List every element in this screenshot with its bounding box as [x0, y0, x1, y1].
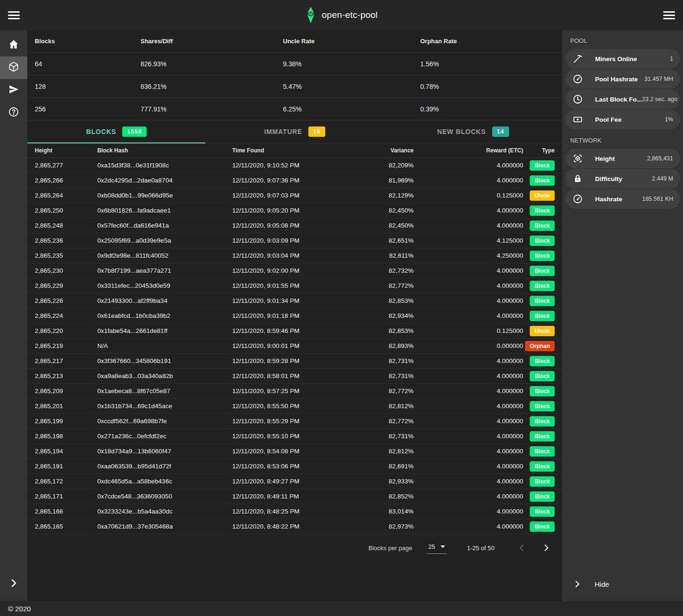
block-hash-cell: 0x3311efec...20453d0e59	[97, 282, 232, 289]
variance-cell: 82,731%	[358, 357, 414, 364]
blocks-tabs: BLOCKS1558IMMATURE16NEW BLOCKS14	[27, 120, 562, 143]
reward-cell: 4.000000	[414, 433, 523, 440]
type-badge-block: Block	[530, 160, 555, 171]
height-cell: 2,865,235	[35, 252, 97, 259]
etc-logo-icon	[306, 7, 316, 24]
type-badge-block: Block	[530, 296, 555, 306]
stats-value: 5.47%	[283, 83, 420, 90]
tab-blocks[interactable]: BLOCKS1558	[27, 120, 205, 143]
network-stat-hashrate: Hashrate185.561 KH	[565, 189, 680, 209]
type-cell: Block	[523, 461, 555, 472]
height-cell: 2,865,201	[35, 403, 97, 410]
chevron-down-icon	[440, 545, 445, 548]
pool-stat-value: 1	[670, 55, 673, 62]
tab-new-blocks[interactable]: NEW BLOCKS14	[384, 120, 562, 143]
time-found-cell: 12/11/2020, 8:59:28 PM	[232, 357, 358, 364]
table-row: 2,865,2290x3311efec...20453d0e5912/11/20…	[27, 278, 562, 293]
network-stat-label: Difficulty	[595, 175, 622, 182]
menu-icon[interactable]	[8, 11, 20, 19]
sidebar-item-blocks[interactable]	[0, 56, 27, 79]
time-found-cell: 12/11/2020, 8:55:50 PM	[232, 403, 358, 410]
type-cell: Block	[523, 175, 555, 186]
height-cell: 2,865,230	[35, 267, 97, 274]
menu-right-icon[interactable]	[663, 11, 675, 19]
clock-icon	[565, 94, 583, 104]
next-page-button[interactable]	[541, 542, 552, 553]
type-badge-block: Block	[530, 175, 555, 186]
tab-label: IMMATURE	[264, 128, 302, 135]
reward-cell: 4.000000	[414, 403, 523, 410]
reward-cell: 4.000000	[414, 177, 523, 184]
variance-cell: 82,853%	[358, 297, 414, 304]
time-found-cell: 12/11/2020, 8:58:01 PM	[232, 372, 358, 379]
banknote-icon	[565, 114, 583, 125]
blocks-col-header: Block Hash	[97, 147, 232, 154]
time-found-cell: 12/11/2020, 9:05:08 PM	[232, 222, 358, 229]
time-found-cell: 12/11/2020, 8:55:10 PM	[232, 433, 358, 440]
variance-cell: 82,691%	[358, 463, 414, 470]
stats-row: 128836.21%5.47%0.78%	[27, 75, 562, 98]
block-hash-cell: 0xb08dd0b1...99e066d95e	[97, 192, 232, 199]
table-row: 2,865,2480x57fec60f...da616e941a12/11/20…	[27, 218, 562, 233]
tab-immature[interactable]: IMMATURE16	[205, 120, 384, 143]
variance-cell: 82,772%	[358, 387, 414, 395]
variance-cell: 82,209%	[358, 162, 414, 169]
height-cell: 2,865,277	[35, 162, 97, 169]
stats-header-row: BlocksShares/DiffUncle RateOrphan Rate	[27, 30, 562, 53]
table-row: 2,865,2360x25095f69...a0d39e9e5a12/11/20…	[27, 233, 562, 248]
time-found-cell: 12/11/2020, 9:07:36 PM	[232, 177, 358, 184]
time-found-cell: 12/11/2020, 8:57:25 PM	[232, 387, 358, 395]
stats-value: 777.91%	[141, 105, 283, 113]
reward-cell: 4.000000	[414, 267, 523, 274]
pagination: Blocks per page 25 1-25 of 50	[27, 534, 562, 561]
chevron-right-icon	[562, 579, 582, 589]
variance-cell: 82,893%	[358, 342, 414, 349]
sidebar-item-payments[interactable]	[0, 79, 27, 102]
blocks-table-body: 2,865,2770xa15d3f38...0e31f1908c12/11/20…	[27, 158, 562, 534]
pool-stat-pool-fee: Pool Fee1%	[565, 110, 680, 129]
page-size-select[interactable]: 25	[426, 542, 447, 554]
height-cell: 2,865,165	[35, 523, 97, 530]
type-badge-block: Block	[530, 386, 555, 396]
sidebar-item-help[interactable]	[0, 102, 27, 124]
table-row: 2,865,2200x1fabe54a...2661de81ff12/11/20…	[27, 324, 562, 339]
type-badge-block: Block	[530, 521, 555, 532]
table-row: 2,865,2090x1aebeca8...8f67c05e8712/11/20…	[27, 384, 562, 399]
reward-cell: 0.125000	[414, 192, 523, 199]
time-found-cell: 12/11/2020, 9:05:20 PM	[232, 207, 358, 214]
reward-cell: 4.000000	[414, 463, 523, 470]
reward-cell: 4.000000	[414, 207, 523, 214]
network-stat-label: Hashrate	[595, 196, 622, 203]
table-row: 2,865,1940x18d734a9...13b6060f4712/11/20…	[27, 444, 562, 459]
type-badge-orphan: Orphan	[525, 341, 555, 351]
block-hash-cell: 0x7cdce548...3636093050	[97, 493, 232, 500]
hide-sidebar-button[interactable]: Hide	[562, 573, 683, 595]
variance-cell: 82,731%	[358, 433, 414, 440]
height-cell: 2,865,166	[35, 508, 97, 515]
variance-cell: 82,651%	[358, 237, 414, 244]
table-row: 2,865,1650xa70621d9...37e305468a12/11/20…	[27, 519, 562, 534]
pool-stat-label: Last Block Fo...	[595, 96, 642, 103]
sidebar-expand-button[interactable]	[0, 573, 27, 595]
variance-cell: 81,969%	[358, 177, 414, 184]
reward-cell: 4.250000	[414, 252, 523, 259]
sidebar-item-home[interactable]	[0, 34, 27, 56]
main-content: BlocksShares/DiffUncle RateOrphan Rate 6…	[27, 30, 562, 601]
variance-cell: 82,933%	[358, 478, 414, 485]
type-badge-block: Block	[530, 506, 555, 517]
table-row: 2,865,2350x9df2e98e...811fc4005212/11/20…	[27, 248, 562, 263]
table-row: 2,865,1910xaa063539...b95d41d72f12/11/20…	[27, 459, 562, 474]
block-hash-cell: 0x2dc4295d...2dae0a8704	[97, 177, 232, 184]
type-badge-block: Block	[530, 205, 555, 216]
time-found-cell: 12/11/2020, 9:02:00 PM	[232, 267, 358, 274]
stats-col-header: Orphan Rate	[420, 38, 555, 45]
type-badge-block: Block	[530, 416, 555, 426]
type-cell: Block	[523, 281, 555, 291]
prev-page-button[interactable]	[516, 542, 527, 553]
stats-value: 0.78%	[420, 83, 555, 90]
table-row: 2,865,2660x2dc4295d...2dae0a870412/11/20…	[27, 173, 562, 188]
reward-cell: 4.000000	[414, 357, 523, 364]
type-badge-block: Block	[530, 251, 555, 261]
block-hash-cell: 0x6b801826...fa9adcaee1	[97, 207, 232, 214]
type-cell: Uncle	[523, 326, 555, 336]
